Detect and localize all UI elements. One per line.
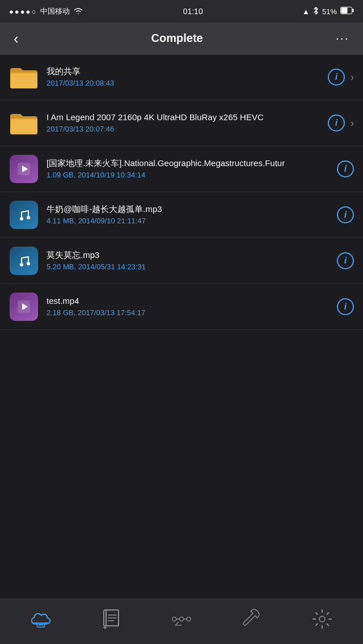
- file-actions: i: [337, 160, 354, 177]
- file-info: 牛奶@咖啡-越长大越孤单.mp3 4.11 MB, 2014/09/10 21:…: [47, 204, 331, 226]
- svg-rect-1: [352, 9, 354, 12]
- info-button[interactable]: i: [337, 252, 354, 269]
- file-actions: i: [337, 206, 354, 223]
- file-name: [国家地理.未来火车].National.Geographic.Megastru…: [47, 158, 331, 169]
- svg-point-6: [27, 216, 30, 219]
- carrier-label: 中国移动: [40, 6, 70, 16]
- file-info: I Am Legend 2007 2160p 4K UltraHD BluRay…: [47, 112, 322, 134]
- svg-point-18: [179, 617, 183, 621]
- file-actions: i: [337, 298, 354, 315]
- info-button[interactable]: i: [337, 298, 354, 315]
- svg-point-8: [27, 262, 30, 265]
- svg-point-22: [319, 616, 325, 622]
- tools-icon: [242, 609, 262, 629]
- bluetooth-icon: [313, 6, 319, 17]
- file-actions: i: [337, 252, 354, 269]
- signal-dots: ●●●●○: [9, 7, 37, 16]
- location-icon: ▲: [302, 7, 310, 16]
- tab-cloud[interactable]: [6, 605, 76, 633]
- list-item[interactable]: [国家地理.未来火车].National.Geographic.Megastru…: [0, 146, 363, 192]
- list-item[interactable]: 我的共享 2017/03/13 20:08:43 i ›: [0, 54, 363, 100]
- battery-icon: [340, 7, 354, 16]
- video-file-icon: [9, 154, 39, 184]
- status-time: 01:10: [183, 7, 203, 16]
- file-name: 莫失莫忘.mp3: [47, 249, 331, 261]
- file-name: 我的共享: [47, 66, 322, 77]
- back-button[interactable]: ‹: [9, 29, 23, 48]
- svg-point-19: [187, 617, 191, 621]
- svg-rect-2: [341, 8, 348, 14]
- info-button[interactable]: i: [328, 69, 345, 86]
- folder-icon: [9, 62, 39, 92]
- chevron-right-icon: ›: [351, 71, 354, 83]
- status-left: ●●●●○ 中国移动: [9, 6, 83, 16]
- file-info: test.mp4 2.18 GB, 2017/03/13 17:54:17: [47, 295, 331, 317]
- tab-files[interactable]: [76, 605, 146, 633]
- folder-icon: [9, 108, 39, 138]
- file-meta: 1.09 GB, 2014/10/19 10:34:14: [47, 171, 331, 180]
- file-name: 牛奶@咖啡-越长大越孤单.mp3: [47, 204, 331, 215]
- music-file-icon: [9, 246, 39, 276]
- list-item[interactable]: 牛奶@咖啡-越长大越孤单.mp3 4.11 MB, 2014/09/10 21:…: [0, 192, 363, 238]
- settings-icon: [312, 609, 332, 629]
- file-meta: 2.18 GB, 2017/03/13 17:54:17: [47, 308, 331, 318]
- files-icon: [101, 609, 121, 629]
- transfer-icon: [171, 609, 192, 629]
- file-actions: i ›: [328, 115, 354, 132]
- file-actions: i ›: [328, 69, 354, 86]
- battery-label: 51%: [322, 7, 337, 16]
- file-list: 我的共享 2017/03/13 20:08:43 i › I Am Legend…: [0, 54, 363, 599]
- music-file-icon: [9, 200, 39, 230]
- info-button[interactable]: i: [328, 115, 345, 132]
- tab-transfer[interactable]: [146, 605, 217, 633]
- file-meta: 2017/03/13 20:08:43: [47, 79, 322, 88]
- file-meta: 4.11 MB, 2014/09/10 21:11:47: [47, 217, 331, 226]
- svg-point-17: [172, 617, 176, 621]
- list-item[interactable]: test.mp4 2.18 GB, 2017/03/13 17:54:17 i: [0, 284, 363, 330]
- cloud-icon: [31, 609, 51, 629]
- info-button[interactable]: i: [337, 160, 354, 177]
- svg-point-5: [20, 217, 23, 221]
- file-name: test.mp4: [47, 295, 331, 307]
- chevron-right-icon: ›: [351, 117, 354, 129]
- status-right: ▲ 51%: [302, 6, 354, 17]
- svg-point-7: [20, 263, 23, 266]
- video-file-icon: [9, 292, 39, 321]
- page-title: Complete: [151, 32, 203, 45]
- file-meta: 5.20 MB, 2014/05/31 14:23:31: [47, 262, 331, 272]
- more-button[interactable]: ···: [331, 29, 354, 48]
- nav-bar: ‹ Complete ···: [0, 23, 363, 54]
- file-info: [国家地理.未来火车].National.Geographic.Megastru…: [47, 158, 331, 180]
- file-info: 莫失莫忘.mp3 5.20 MB, 2014/05/31 14:23:31: [47, 249, 331, 272]
- tab-settings[interactable]: [287, 605, 357, 633]
- status-bar: ●●●●○ 中国移动 01:10 ▲ 51%: [0, 0, 363, 23]
- info-button[interactable]: i: [337, 206, 354, 223]
- list-item[interactable]: I Am Legend 2007 2160p 4K UltraHD BluRay…: [0, 100, 363, 146]
- tab-bar: [0, 599, 363, 644]
- wifi-icon: [73, 7, 83, 16]
- file-info: 我的共享 2017/03/13 20:08:43: [47, 66, 322, 88]
- tab-tools[interactable]: [217, 605, 287, 633]
- file-meta: 2017/03/13 20:07:46: [47, 125, 322, 134]
- list-item[interactable]: 莫失莫忘.mp3 5.20 MB, 2014/05/31 14:23:31 i: [0, 238, 363, 284]
- file-name: I Am Legend 2007 2160p 4K UltraHD BluRay…: [47, 112, 322, 123]
